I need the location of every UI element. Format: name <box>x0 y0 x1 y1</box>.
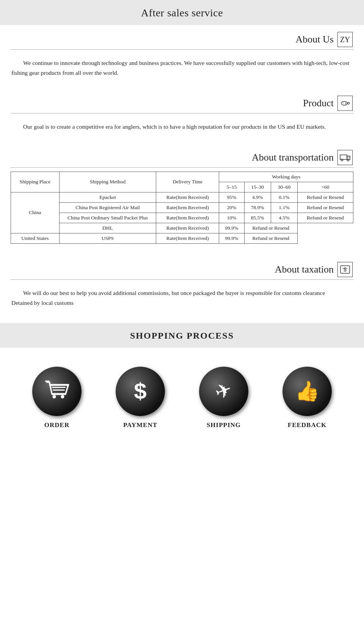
d5-15-epacket: 95% <box>219 192 244 202</box>
d15-30-air-mail: 78.9% <box>244 202 271 213</box>
place-us: United States <box>11 233 60 243</box>
rate-air-mail: Rate(Item Received) <box>156 202 219 213</box>
d5-15-dhl: 99.9% <box>219 223 244 233</box>
transportation-title-row: About transportation <box>0 143 364 165</box>
col-header-5-15: 5–15 <box>219 182 244 192</box>
col-header-delivery: Delivery Time <box>156 172 219 192</box>
method-small-packet: China Post Ordinary Small Packet Plus <box>59 213 156 223</box>
place-china: China <box>11 192 60 233</box>
about-us-icon: ZY <box>337 32 353 47</box>
page-header: After sales service <box>0 0 364 25</box>
about-us-title-row: About Us ZY <box>0 25 364 47</box>
feedback-label: FEEDBACK <box>288 421 326 429</box>
product-title-row: Product <box>0 89 364 111</box>
d5-15-usps: 99.9% <box>219 233 244 243</box>
product-text: Our goal is to create a competitive era … <box>0 114 364 143</box>
col-header-60plus: >60 <box>298 182 353 192</box>
shipping-circle: ✈ <box>199 367 248 416</box>
taxation-icon: $ <box>337 262 353 277</box>
page-title: After sales service <box>0 7 364 19</box>
rate-small-packet: Rate(Item Received) <box>156 213 219 223</box>
transportation-icon <box>337 150 353 165</box>
d60plus-dhl: Refund or Resend <box>244 223 298 233</box>
shopping-process-title: SHOPPING PROCESS <box>0 331 364 341</box>
table-row: United States USPS Rate(Item Received) 9… <box>11 233 353 243</box>
svg-point-4 <box>347 159 349 161</box>
taxation-text-line2: Detained by local customs <box>11 300 74 306</box>
method-air-mail: China Post Registered Air Mail <box>59 202 156 213</box>
shipping-label: SHIPPING <box>207 421 241 429</box>
svg-point-11 <box>61 395 64 398</box>
shopping-process-header: SHOPPING PROCESS <box>0 323 364 348</box>
d15-30-epacket: 4.9% <box>244 192 271 202</box>
svg-point-3 <box>341 159 343 161</box>
taxation-text-line1: We will do our best to help you avoid ad… <box>23 290 325 296</box>
svg-rect-9 <box>53 389 65 391</box>
order-label: ORDER <box>44 421 69 429</box>
d60plus-air-mail: Refund or Resend <box>298 202 353 213</box>
rate-usps: Rate(Item Received) <box>156 233 219 243</box>
svg-rect-2 <box>340 155 347 159</box>
feedback-circle: 👍 <box>282 367 332 416</box>
shipping-table-wrapper: Shipping Place Shipping Method Delivery … <box>0 168 364 255</box>
table-row: China Post Registered Air Mail Rate(Item… <box>11 202 353 213</box>
transportation-title: About transportation <box>252 152 334 163</box>
taxation-text-block: We will do our best to help you avoid ad… <box>0 280 364 323</box>
d60plus-epacket: Refund or Resend <box>298 192 353 202</box>
col-header-working-days: Working days <box>219 172 353 182</box>
svg-text:$: $ <box>344 266 347 273</box>
svg-point-10 <box>53 395 56 398</box>
rate-epacket: Rate(Item Received) <box>156 192 219 202</box>
product-title: Product <box>303 98 334 109</box>
truck-icon <box>340 153 350 162</box>
svg-rect-8 <box>52 387 66 388</box>
process-item-order: ORDER <box>32 367 82 429</box>
table-row: DHL Rate(Item Received) 99.9% Refund or … <box>11 223 353 233</box>
d60plus-small-packet: Refund or Resend <box>298 213 353 223</box>
col-header-30-60: 30–60 <box>271 182 297 192</box>
about-us-text: We continue to innovate through technolo… <box>0 50 364 89</box>
d5-15-air-mail: 20% <box>219 202 244 213</box>
method-usps: USPS <box>59 233 156 243</box>
taxation-title: About taxation <box>275 264 334 275</box>
thumbup-icon: 👍 <box>295 382 320 401</box>
process-icons-row: ORDER $ PAYMENT ✈ SHIPPING 👍 FEEDBACK <box>0 348 364 440</box>
method-epacket: Epacket <box>59 192 156 202</box>
process-item-payment: $ PAYMENT <box>116 367 165 429</box>
cart-icon <box>44 379 70 404</box>
shipping-table: Shipping Place Shipping Method Delivery … <box>11 172 353 244</box>
col-header-place: Shipping Place <box>11 172 60 192</box>
dollar-icon: $ <box>134 380 146 403</box>
svg-point-0 <box>341 101 347 105</box>
d60plus-usps: Refund or Resend <box>244 233 298 243</box>
dollar-sign-icon: $ <box>340 265 350 274</box>
col-header-method: Shipping Method <box>59 172 156 192</box>
method-dhl: DHL <box>59 223 156 233</box>
table-row: China Post Ordinary Small Packet Plus Ra… <box>11 213 353 223</box>
about-us-title: About Us <box>296 34 334 45</box>
process-item-shipping: ✈ SHIPPING <box>199 367 248 429</box>
d30-60-air-mail: 1.1% <box>271 202 297 213</box>
taxation-title-row: About taxation $ <box>0 255 364 277</box>
plane-icon: ✈ <box>212 379 235 404</box>
payment-circle: $ <box>116 367 165 416</box>
process-item-feedback: 👍 FEEDBACK <box>282 367 332 429</box>
d30-60-small-packet: 4.5% <box>271 213 297 223</box>
payment-label: PAYMENT <box>123 421 157 429</box>
d15-30-small-packet: 85.5% <box>244 213 271 223</box>
d5-15-small-packet: 10% <box>219 213 244 223</box>
rate-dhl: Rate(Item Received) <box>156 223 219 233</box>
order-circle <box>32 367 82 416</box>
svg-point-1 <box>343 102 344 103</box>
d30-60-epacket: 0.1% <box>271 192 297 202</box>
product-icon <box>337 96 353 111</box>
col-header-15-30: 15–30 <box>244 182 271 192</box>
fish-icon <box>340 98 350 108</box>
table-row: China Epacket Rate(Item Received) 95% 4.… <box>11 192 353 202</box>
